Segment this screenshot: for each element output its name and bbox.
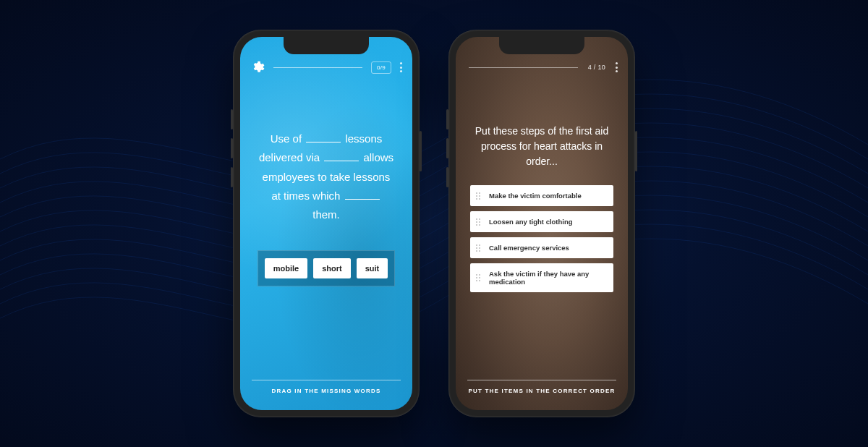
word-chip[interactable]: mobile — [265, 258, 307, 278]
footer: PUT THE ITEMS IN THE CORRECT ORDER — [467, 380, 616, 394]
blank-slot[interactable] — [324, 152, 359, 162]
lesson-body: Use of lessons delivered via allows empl… — [240, 37, 412, 410]
word-chip[interactable]: suit — [357, 258, 388, 278]
order-item[interactable]: Call emergency services — [470, 237, 613, 258]
phone-notch — [499, 37, 584, 54]
drag-handle-icon[interactable] — [476, 244, 483, 252]
stage: 0/9 Use of lessons delivered via allows … — [0, 0, 868, 447]
phone-left: 0/9 Use of lessons delivered via allows … — [233, 30, 420, 417]
order-item[interactable]: Make the victim comfortable — [470, 185, 613, 206]
order-item-label: Loosen any tight clothing — [489, 218, 573, 226]
blank-slot[interactable] — [345, 190, 380, 200]
phone-notch — [284, 37, 369, 54]
drag-handle-icon[interactable] — [476, 274, 483, 281]
word-chip[interactable]: short — [313, 258, 351, 278]
instruction-text: DRAG IN THE MISSING WORDS — [252, 388, 401, 394]
order-list: Make the victim comfortable Loosen any t… — [470, 185, 613, 292]
footer-divider — [467, 380, 616, 380]
order-item-label: Call emergency services — [489, 244, 569, 252]
cloze-text: them. — [312, 208, 340, 221]
footer-divider — [252, 380, 401, 380]
phone-left-screen: 0/9 Use of lessons delivered via allows … — [240, 37, 412, 410]
question-prompt: Put these steps of the first aid process… — [470, 124, 613, 169]
footer: DRAG IN THE MISSING WORDS — [252, 380, 401, 394]
phone-right-screen: 4 / 10 Put these steps of the first aid … — [456, 37, 628, 410]
cloze-text: Use of — [271, 132, 305, 145]
cloze-sentence: Use of lessons delivered via allows empl… — [258, 129, 395, 224]
order-item[interactable]: Loosen any tight clothing — [470, 211, 613, 232]
word-bank: mobile short suit — [258, 250, 395, 286]
drag-handle-icon[interactable] — [476, 192, 483, 200]
order-item-label: Make the victim comfortable — [489, 192, 582, 200]
phone-right: 4 / 10 Put these steps of the first aid … — [448, 30, 635, 417]
instruction-text: PUT THE ITEMS IN THE CORRECT ORDER — [467, 388, 616, 394]
order-item-label: Ask the victim if they have any medicati… — [489, 270, 606, 286]
lesson-body: Put these steps of the first aid process… — [456, 37, 628, 410]
blank-slot[interactable] — [306, 133, 341, 143]
order-item[interactable]: Ask the victim if they have any medicati… — [470, 263, 613, 292]
drag-handle-icon[interactable] — [476, 218, 483, 226]
